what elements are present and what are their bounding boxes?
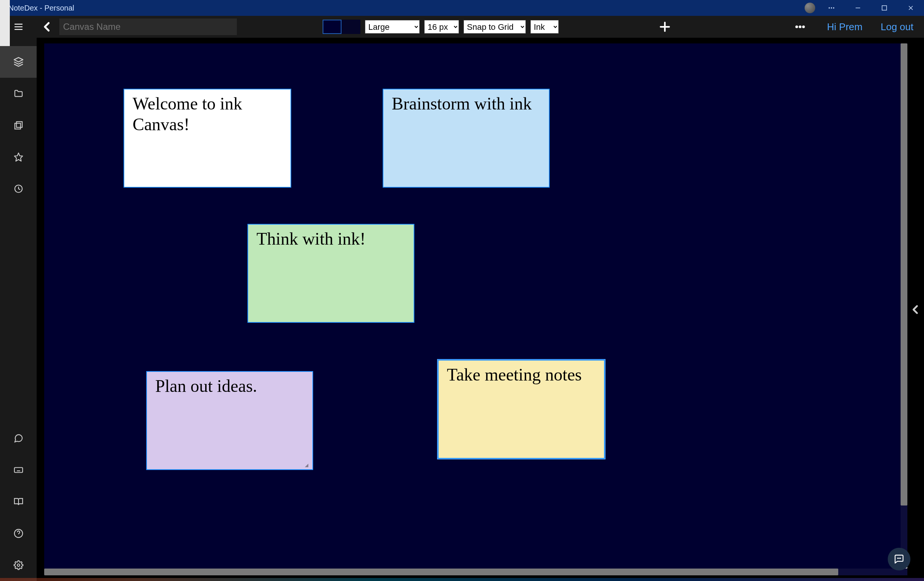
svg-point-13	[799, 25, 802, 28]
svg-point-31	[898, 558, 898, 558]
sidebar-clock-icon[interactable]	[0, 173, 36, 205]
sidebar-chat-icon[interactable]	[0, 423, 36, 454]
right-panel-toggle[interactable]	[908, 295, 924, 325]
sidebar-windows-icon[interactable]	[0, 109, 36, 141]
sticky-card-text: Think with ink!	[256, 229, 406, 249]
ink-canvas[interactable]: Welcome to ink Canvas!Brainstorm with in…	[44, 43, 908, 575]
sticky-card-text: Plan out ideas.	[155, 375, 305, 397]
svg-rect-19	[14, 468, 23, 472]
canvas-name-input[interactable]	[59, 18, 237, 35]
window-minimize-button[interactable]	[845, 0, 871, 16]
add-button[interactable]	[656, 18, 674, 36]
book-icon	[13, 497, 23, 507]
star-icon	[13, 152, 23, 162]
svg-rect-4	[882, 6, 887, 10]
svg-point-1	[831, 7, 832, 8]
tool-select[interactable]: InkTextErase	[530, 20, 559, 34]
keyboard-icon	[13, 465, 23, 475]
window-more-button[interactable]	[818, 0, 845, 16]
sidebar-stacks-icon[interactable]	[0, 46, 36, 78]
folder-icon	[13, 89, 23, 99]
sticky-card-text: Welcome to ink Canvas!	[133, 93, 283, 135]
user-greeting-link[interactable]: Hi Prem	[827, 21, 863, 33]
color-swatch-group	[323, 20, 360, 34]
help-icon	[13, 528, 23, 538]
font-size-select[interactable]: 12 px14 px16 px18 px20 px	[424, 20, 459, 34]
vertical-scroll-thumb[interactable]	[901, 43, 908, 505]
window-corner-outline	[0, 0, 10, 46]
logout-link[interactable]: Log out	[881, 21, 913, 33]
sidebar-keyboard-icon[interactable]	[0, 454, 36, 486]
horizontal-scroll-thumb[interactable]	[44, 569, 838, 575]
sticky-card[interactable]: Think with ink!	[248, 224, 414, 323]
clock-icon	[13, 184, 23, 194]
swatch-1[interactable]	[323, 20, 342, 34]
svg-rect-15	[16, 122, 22, 127]
sidebar-star-icon[interactable]	[0, 141, 36, 173]
sticky-card[interactable]: Welcome to ink Canvas!	[124, 89, 291, 188]
resize-handle-icon[interactable]: ◢	[305, 462, 311, 469]
canvas-viewport[interactable]: Welcome to ink Canvas!Brainstorm with in…	[44, 43, 908, 575]
svg-point-0	[829, 7, 830, 8]
chat-fab[interactable]	[888, 548, 911, 570]
svg-point-2	[833, 7, 834, 8]
svg-point-32	[899, 558, 899, 558]
sidebar-help-icon[interactable]	[0, 518, 36, 549]
svg-point-33	[900, 558, 901, 558]
svg-point-14	[802, 25, 805, 28]
swatch-2[interactable]	[342, 20, 360, 34]
sidebar-folder-icon[interactable]	[0, 78, 36, 109]
stacks-icon	[13, 57, 24, 67]
svg-point-27	[17, 564, 20, 567]
sidebar-gear-icon[interactable]	[0, 549, 36, 581]
size-select[interactable]: SmallMediumLargeX-Large	[365, 20, 420, 34]
gear-icon	[13, 560, 23, 570]
svg-point-12	[795, 25, 798, 28]
toolbar-more-button[interactable]	[790, 17, 810, 36]
back-button[interactable]	[40, 19, 55, 35]
horizontal-scrollbar[interactable]	[44, 569, 908, 575]
sidebar-book-icon[interactable]	[0, 486, 36, 518]
chat-icon	[13, 433, 23, 443]
taskbar-stripe	[0, 578, 924, 581]
sticky-card-text: Brainstorm with ink	[392, 93, 541, 114]
windows-icon	[13, 120, 23, 130]
sticky-card-text: Take meeting notes	[447, 364, 596, 385]
window-close-button[interactable]	[898, 0, 924, 16]
app-toolbar: SmallMediumLargeX-Large 12 px14 px16 px1…	[0, 16, 924, 38]
sidebar	[0, 38, 36, 581]
window-maximize-button[interactable]	[871, 0, 898, 16]
user-avatar[interactable]	[805, 3, 815, 13]
sticky-card[interactable]: Plan out ideas.◢	[146, 371, 313, 470]
snap-select[interactable]: Snap to GridFree	[464, 20, 526, 34]
window-titlebar: NoteDex - Personal	[0, 0, 924, 16]
vertical-scrollbar[interactable]	[901, 43, 908, 569]
sticky-card[interactable]: Brainstorm with ink	[383, 89, 549, 188]
window-title: NoteDex - Personal	[8, 4, 74, 12]
svg-marker-17	[14, 153, 23, 161]
svg-rect-16	[15, 123, 20, 129]
sticky-card[interactable]: Take meeting notes	[438, 360, 605, 459]
